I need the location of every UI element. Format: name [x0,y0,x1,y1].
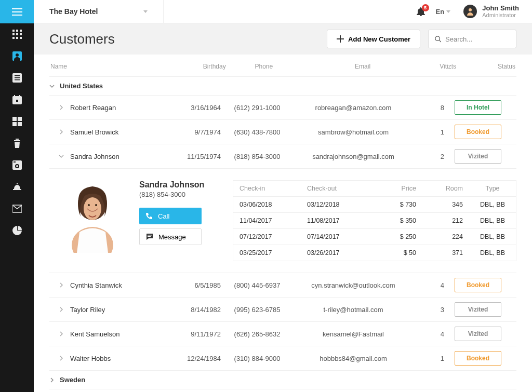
language-selector[interactable]: En [436,8,451,16]
message-button[interactable]: Message [139,228,202,245]
svg-rect-33 [17,183,18,184]
svg-rect-10 [16,37,18,39]
status-badge: In Hotel [455,100,501,115]
svg-rect-32 [13,189,21,190]
svg-rect-2 [12,15,22,16]
main-panel: The Bay Hotel 5 En John Smith Administra… [34,0,532,392]
status-badge: Booked [455,125,501,139]
customer-visits: 3 [413,306,444,314]
list-icon [12,73,22,83]
col-room: Room [422,181,469,196]
plus-icon [337,35,344,43]
svg-rect-16 [15,77,20,78]
notifications-button[interactable]: 5 [416,7,425,16]
nav-reports[interactable] [0,220,34,241]
customer-email: kensamel@Fastmail [294,330,413,338]
col-birthday[interactable]: Birthday [168,56,226,75]
svg-rect-5 [20,30,22,32]
col-checkout: Check-out [301,181,379,196]
customer-birthday: 9/7/1974 [164,128,221,136]
customer-visits: 8 [413,104,444,112]
chevron-right-icon [59,307,64,312]
group-united-states[interactable]: United States [49,76,516,95]
nav-list[interactable] [0,67,34,89]
col-visits[interactable]: Vitizts [424,56,456,75]
svg-rect-4 [16,30,18,32]
customer-email: hobbbs84@gmail.com [294,355,413,362]
svg-rect-25 [18,122,22,126]
group-label: Sweden [60,376,85,384]
pie-icon [12,226,22,235]
add-new-customer-button[interactable]: Add New Customer [327,30,420,48]
svg-point-38 [435,36,440,41]
svg-point-35 [469,8,472,11]
customer-name: Sandra Johnson [70,153,119,160]
svg-rect-3 [12,30,15,32]
visit-row[interactable]: 03/25/201703/26/2017$ 50371DBL, BB [233,245,516,261]
customer-row[interactable]: Kent Samuelson 9/11/1972 (626) 265-8632 … [49,321,516,346]
page-header: Customers Add New Customer [34,23,532,55]
customer-row[interactable]: Robert Reagan 3/16/1964 (612) 291-1000 r… [49,95,516,119]
customer-email: sandrajohnson@gmail.com [294,153,413,160]
svg-line-39 [440,40,441,42]
visit-row[interactable]: 11/04/201711/08/2017$ 350212DBL, BB [233,213,516,229]
customer-birthday: 11/15/1974 [164,153,221,160]
customer-email: t-riley@hotmail.com [294,306,413,314]
chevron-right-icon [59,356,64,361]
customer-name: Walter Hobbs [70,355,111,362]
notif-badge: 5 [422,4,429,11]
customer-birthday: 8/14/1982 [164,306,221,314]
customer-row[interactable]: Samuel Browick 9/7/1974 (630) 438-7800 s… [49,119,516,144]
nav-laundry[interactable] [0,154,34,176]
nav-customers[interactable] [0,45,34,67]
svg-rect-47 [148,236,151,237]
group-sweden[interactable]: Sweden [49,370,516,389]
nav-service[interactable] [0,176,34,198]
group-germany[interactable]: Germany [49,389,516,392]
visit-row[interactable]: 07/12/201707/14/2017$ 250224DBL, BB [233,229,516,245]
user-menu[interactable]: John Smith Administrator [463,5,532,18]
dropdown-icon [143,10,148,13]
nav-calendar[interactable] [0,89,34,111]
col-status[interactable]: Status [457,56,515,75]
customer-birthday: 3/16/1964 [164,104,221,112]
chevron-right-icon [59,129,64,134]
message-label: Message [158,233,186,241]
visit-row[interactable]: 03/06/201803/12/2018$ 730345DBL, BB [233,197,516,213]
customer-email: sambrow@hotmail.com [294,128,413,136]
customer-phone: (995) 623-6785 [221,306,294,314]
col-price: Price [379,181,422,196]
svg-rect-9 [12,37,15,39]
nav-mail[interactable] [0,198,34,220]
customer-row-expanded[interactable]: Sandra Johnson 11/15/1974 (818) 854-3000… [49,144,516,168]
chevron-down-icon [59,154,64,159]
col-checkin: Check-in [233,181,301,196]
call-button[interactable]: Call [139,208,202,224]
col-email[interactable]: Email [302,56,423,75]
col-name[interactable]: Name [50,56,167,75]
topbar: The Bay Hotel 5 En John Smith Administra… [34,0,532,23]
search-box[interactable] [428,30,516,48]
svg-rect-0 [12,8,22,9]
property-selector[interactable]: The Bay Hotel [34,0,164,23]
nav-trash[interactable] [0,132,34,154]
group-label: United States [60,82,103,90]
svg-rect-20 [19,95,20,97]
property-name: The Bay Hotel [49,7,98,16]
customer-email: robreagan@amazon.com [294,104,413,112]
col-phone[interactable]: Phone [227,56,301,75]
search-input[interactable] [445,35,510,43]
svg-point-30 [16,165,18,167]
status-badge: Vizited [455,149,501,164]
content-area: Name Birthday Phone Email Vitizts Status… [34,55,532,392]
chevron-right-icon [59,282,64,288]
nav-rooms[interactable] [0,111,34,132]
customer-row[interactable]: Walter Hobbs 12/24/1984 (310) 884-9000 h… [49,346,516,370]
customer-phone: (800) 445-6937 [221,281,294,289]
nav-apps[interactable] [0,23,34,45]
svg-rect-1 [12,11,22,12]
customer-name: Taylor Riley [70,306,105,314]
menu-toggle[interactable] [0,0,34,23]
customer-row[interactable]: Cynthia Stanwick 6/5/1985 (800) 445-6937… [49,273,516,297]
customer-row[interactable]: Taylor Riley 8/14/1982 (995) 623-6785 t-… [49,297,516,321]
